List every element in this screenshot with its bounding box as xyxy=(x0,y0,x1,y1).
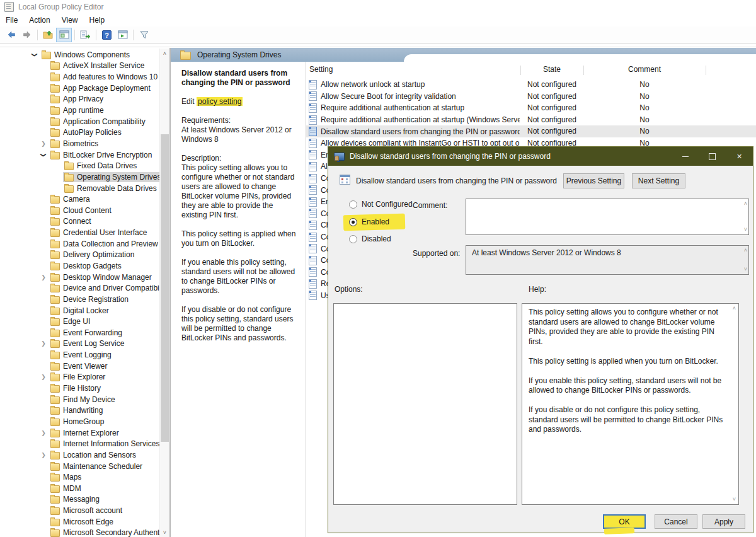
expander-right-icon[interactable]: ❯ xyxy=(38,374,49,380)
tree-item[interactable]: Camera xyxy=(0,193,159,205)
tree-node[interactable]: Operating System Drives xyxy=(63,172,159,182)
dialog-titlebar[interactable]: Disallow standard users from changing th… xyxy=(328,147,753,166)
tree-item[interactable]: Operating System Drives xyxy=(0,171,159,183)
tree-item[interactable]: Messaging xyxy=(0,494,159,505)
tree-node[interactable]: Device and Driver Compatibil xyxy=(49,283,159,293)
tree-node[interactable]: File History xyxy=(49,383,103,393)
tree-node[interactable]: AutoPlay Policies xyxy=(49,127,123,137)
tree-item[interactable]: AutoPlay Policies xyxy=(0,127,159,138)
options-box[interactable] xyxy=(333,303,517,505)
help-box[interactable]: ˄ ˅ This policy setting allows you to co… xyxy=(522,303,739,505)
tree-item[interactable]: Maps xyxy=(0,471,159,483)
tree-node[interactable]: Event Forwarding xyxy=(49,328,124,338)
tree-item[interactable]: ActiveX Installer Service xyxy=(0,61,159,72)
tree-node[interactable]: Maps xyxy=(49,472,83,482)
tree-item[interactable]: Internet Information Services xyxy=(0,438,159,449)
tree-item[interactable]: ❯Windows Components xyxy=(0,49,159,61)
tree-node[interactable]: HomeGroup xyxy=(49,417,106,427)
tree-item[interactable]: Cloud Content xyxy=(0,205,159,216)
tree-node[interactable]: Add features to Windows 10 xyxy=(49,72,159,82)
help-icon[interactable]: ? xyxy=(99,28,115,42)
up-one-level-icon[interactable] xyxy=(40,28,56,42)
scroll-up-icon[interactable]: ˄ xyxy=(744,201,747,207)
show-console-tree-icon[interactable] xyxy=(56,28,72,42)
tree-item[interactable]: Connect xyxy=(0,216,159,228)
radio-option-not-configured[interactable]: Not Configured xyxy=(349,200,413,209)
tree-node[interactable]: Edge UI xyxy=(49,316,92,326)
scroll-up-icon[interactable]: ˄ xyxy=(733,306,736,311)
tree-item[interactable]: Application Compatibility xyxy=(0,116,159,127)
tree-node[interactable]: Digital Locker xyxy=(49,306,111,316)
tree-node[interactable]: ActiveX Installer Service xyxy=(49,61,146,71)
tree-node[interactable]: Event Logging xyxy=(49,350,113,360)
tree-item[interactable]: Digital Locker xyxy=(0,305,159,316)
menu-action[interactable]: Action xyxy=(23,14,55,26)
settings-row[interactable]: Disallow standard users from changing th… xyxy=(306,125,756,137)
tree-item[interactable]: Edge UI xyxy=(0,316,159,327)
tree-item[interactable]: Maintenance Scheduler xyxy=(0,461,159,472)
apply-button[interactable]: Apply xyxy=(702,514,745,529)
tree-item[interactable]: Event Viewer xyxy=(0,361,159,372)
tree-item[interactable]: App runtime xyxy=(0,105,159,116)
tree-item[interactable]: Event Logging xyxy=(0,349,159,361)
scroll-down-icon[interactable]: ˅ xyxy=(744,267,747,272)
scroll-down-icon[interactable]: ˅ xyxy=(160,528,169,537)
tree-node[interactable]: Event Viewer xyxy=(49,361,109,371)
filter-icon[interactable] xyxy=(136,28,152,42)
radio-unselected-icon[interactable] xyxy=(349,235,357,243)
column-header-state[interactable]: State xyxy=(520,65,583,74)
scrollbar-thumb[interactable] xyxy=(161,134,169,442)
tree-node[interactable]: Credential User Interface xyxy=(49,228,149,238)
previous-setting-button[interactable]: Previous Setting xyxy=(563,173,624,188)
expander-down-icon[interactable]: ❯ xyxy=(40,149,47,161)
tree-node[interactable]: App Package Deployment xyxy=(49,83,152,93)
tree-node[interactable]: Internet Explorer xyxy=(49,428,121,438)
tree-item[interactable]: Device and Driver Compatibil xyxy=(0,282,159,294)
tree-node[interactable]: Connect xyxy=(49,216,93,226)
expander-right-icon[interactable]: ❯ xyxy=(38,141,49,147)
expander-down-icon[interactable]: ❯ xyxy=(32,49,38,61)
tree-node[interactable]: Messaging xyxy=(49,494,101,504)
tree-node[interactable]: Fixed Data Drives xyxy=(63,161,139,171)
export-list-icon[interactable] xyxy=(77,28,93,42)
tree-item[interactable]: Add features to Windows 10 xyxy=(0,71,159,83)
tree-node[interactable]: BitLocker Drive Encryption xyxy=(49,150,154,160)
back-arrow-icon[interactable] xyxy=(3,28,19,42)
menu-view[interactable]: View xyxy=(56,14,84,26)
tree-node[interactable]: Microsoft Secondary Authent xyxy=(49,528,159,537)
tree-item[interactable]: App Privacy xyxy=(0,94,159,105)
tree-node[interactable]: Handwriting xyxy=(49,405,105,415)
scroll-down-icon[interactable]: ˅ xyxy=(733,497,736,502)
tree-node[interactable]: Windows Components xyxy=(40,50,132,60)
tree-item[interactable]: HomeGroup xyxy=(0,416,159,427)
expander-right-icon[interactable]: ❯ xyxy=(38,340,49,347)
tree-node[interactable]: Removable Data Drives xyxy=(63,183,159,193)
tree-item[interactable]: MDM xyxy=(0,483,159,494)
tree-node[interactable]: File Explorer xyxy=(49,372,107,382)
expander-right-icon[interactable]: ❯ xyxy=(38,274,49,280)
tree-item[interactable]: Microsoft Secondary Authent xyxy=(0,528,159,537)
tree-item[interactable]: Event Forwarding xyxy=(0,327,159,338)
minimize-icon[interactable] xyxy=(672,147,699,166)
tree-item[interactable]: ❯Location and Sensors xyxy=(0,449,159,461)
policy-setting-link[interactable]: policy setting xyxy=(197,96,243,107)
radio-option-disabled[interactable]: Disabled xyxy=(349,234,391,243)
tree-node[interactable]: Desktop Gadgets xyxy=(49,261,123,271)
tree-item[interactable]: Fixed Data Drives xyxy=(0,160,159,171)
tree-item[interactable]: ❯Biometrics xyxy=(0,138,159,149)
tree-item[interactable]: ❯Desktop Window Manager xyxy=(0,272,159,283)
tree-node[interactable]: Application Compatibility xyxy=(49,117,147,127)
tree-item[interactable]: Microsoft account xyxy=(0,505,159,516)
tree-node[interactable]: Location and Sensors xyxy=(49,450,138,460)
tree-node[interactable]: App Privacy xyxy=(49,94,105,104)
cancel-button[interactable]: Cancel xyxy=(655,514,697,529)
tree-item[interactable]: ❯File Explorer xyxy=(0,372,159,383)
tree-node[interactable]: App runtime xyxy=(49,105,106,115)
tree-node[interactable]: Maintenance Scheduler xyxy=(49,461,144,471)
forward-arrow-icon[interactable] xyxy=(19,28,35,42)
tree-item[interactable]: Desktop Gadgets xyxy=(0,260,159,272)
settings-row[interactable]: Require additional authentication at sta… xyxy=(306,114,756,126)
menu-help[interactable]: Help xyxy=(84,14,111,26)
tree-item[interactable]: Microsoft Edge xyxy=(0,516,159,528)
radio-selected-icon[interactable] xyxy=(349,218,357,226)
